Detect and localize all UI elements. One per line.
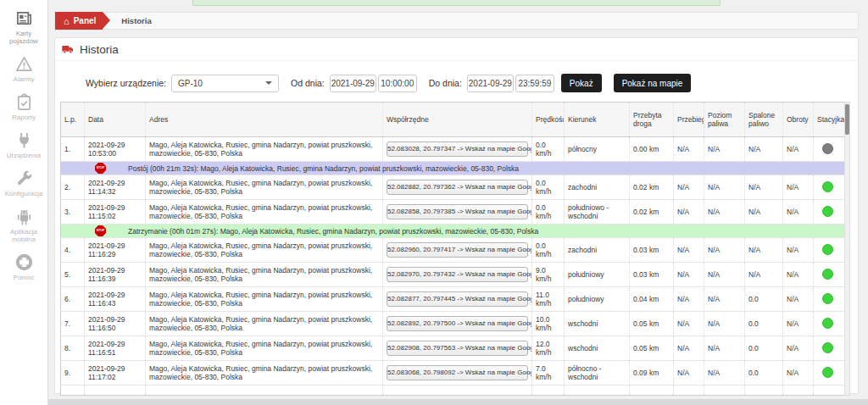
to-time-input[interactable]: 23:59:59 xyxy=(515,75,554,92)
sidebar-item-help[interactable]: Pomoc xyxy=(0,252,47,281)
event-text: Postój (00h 21m 32s): Mago, Aleja Katowi… xyxy=(128,164,519,173)
filters-bar: Wybierz urządzenie: GP-10 Od dnia: 2021-… xyxy=(70,74,858,92)
cell-distance: 0.02 km xyxy=(630,200,674,225)
configuration-icon xyxy=(14,169,34,188)
sidebar-item-vehicle-cards[interactable]: Karty pojazdów xyxy=(0,8,47,45)
coords-map-button[interactable]: 52.082908, 20.797563 -> Wskaż na mapie G… xyxy=(387,341,528,356)
breadcrumb-panel-link[interactable]: ⌂ Panel xyxy=(55,12,103,30)
cell-empty xyxy=(146,386,383,396)
coords-map-button[interactable]: 52.082877, 20.797445 -> Wskaż na mapie G… xyxy=(387,291,528,307)
cell-mileage: N/A xyxy=(674,263,704,287)
cell-address: Mago, Aleja Katowicka, Rusiec, gmina Nad… xyxy=(146,312,383,336)
cell-mileage: N/A xyxy=(674,137,704,162)
cell-fuel-used: 0.0 xyxy=(745,312,783,336)
cell-distance: 0.03 km xyxy=(630,263,674,287)
cell-fuel-level: N/A xyxy=(704,175,745,200)
table-scrollbar[interactable] xyxy=(844,102,850,396)
sidebar-item-configuration[interactable]: Konfiguracja xyxy=(0,169,47,197)
cell-coordinates: 52.082970, 20.797432 -> Wskaż na mapie G… xyxy=(383,263,532,287)
column-header: Współrzędne xyxy=(383,103,532,137)
alarms-icon xyxy=(14,54,34,74)
cell-rpm: N/A xyxy=(783,361,814,386)
coords-map-button[interactable]: 52.082970, 20.797432 -> Wskaż na mapie G… xyxy=(387,267,528,282)
notification-bar xyxy=(192,0,721,6)
coords-map-button[interactable]: 52.083068, 20.798092 -> Wskaż na mapie G… xyxy=(387,365,528,380)
sidebar-item-devices[interactable]: Urządzenia xyxy=(0,130,47,159)
coords-map-button[interactable]: 52.083028, 20.797347 -> Wskaż na mapie G… xyxy=(387,141,528,157)
sidebar-item-alarms[interactable]: Alarmy xyxy=(0,54,47,83)
ignition-status-dot xyxy=(822,269,833,280)
cell-date: 2021-09-29 11:16:43 xyxy=(85,287,146,312)
cell-direction: północny xyxy=(565,137,630,162)
coords-map-button[interactable]: 52.082892, 20.797500 -> Wskaż na mapie G… xyxy=(387,316,528,331)
column-header: Spalone paliwo xyxy=(745,103,783,137)
from-date-input[interactable]: 2021-09-29 xyxy=(330,75,376,92)
show-button[interactable]: Pokaż xyxy=(561,74,602,92)
cell-speed: 0.0 km/h xyxy=(532,137,565,162)
ignition-status-dot xyxy=(822,143,833,154)
show-on-map-button[interactable]: Pokaż na mapie xyxy=(614,74,692,92)
table-row: 6.2021-09-29 11:16:43Mago, Aleja Katowic… xyxy=(61,287,845,312)
horizontal-scrollbar[interactable] xyxy=(48,399,868,405)
cell-date: 2021-09-29 11:16:50 xyxy=(85,312,146,336)
cell-coordinates: 52.082858, 20.797385 -> Wskaż na mapie G… xyxy=(383,200,532,225)
cell-mileage: N/A xyxy=(674,287,704,312)
history-table-wrap: L.p.DataAdresWspółrzędnePrędkośćKierunek… xyxy=(60,102,850,396)
table-scrollbar-thumb[interactable] xyxy=(845,104,849,135)
cell-direction: zachodni xyxy=(565,238,630,263)
cell-coordinates: 52.082892, 20.797500 -> Wskaż na mapie G… xyxy=(383,312,532,336)
cell-rpm: N/A xyxy=(783,175,814,200)
column-header: Prędkość xyxy=(532,103,565,137)
device-select[interactable]: GP-10 xyxy=(171,75,279,92)
device-select-label: Wybierz urządzenie: xyxy=(86,78,166,88)
ignition-status-dot xyxy=(822,318,833,329)
cell-speed: 10.0 km/h xyxy=(532,312,565,336)
from-time-input[interactable]: 10:00:00 xyxy=(378,75,417,92)
coords-map-button[interactable]: 52.082858, 20.797385 -> Wskaż na mapie G… xyxy=(387,204,528,219)
cell-empty xyxy=(745,386,783,396)
ignition-status-dot xyxy=(822,342,833,353)
cell-empty xyxy=(532,386,565,396)
to-date-input[interactable]: 2021-09-29 xyxy=(467,75,514,92)
ignition-status-dot xyxy=(822,244,833,255)
cell-date: 2021-09-29 11:17:02 xyxy=(85,361,146,386)
cell-fuel-used: N/A xyxy=(745,137,783,162)
event-cell: STOPZatrzymanie (00h 01m 27s): Mago, Ale… xyxy=(61,225,845,238)
cell-lp: 3. xyxy=(61,200,85,225)
sidebar-item-label: Pomoc xyxy=(2,274,46,281)
column-header: L.p. xyxy=(61,103,85,137)
help-icon xyxy=(14,252,34,272)
cell-fuel-used: 0.0 xyxy=(745,336,783,361)
sidebar-item-label: Konfiguracja xyxy=(2,190,46,197)
coords-map-button[interactable]: 52.082960, 20.797417 -> Wskaż na mapie G… xyxy=(387,242,528,258)
cell-fuel-level: N/A xyxy=(704,361,745,386)
sidebar-item-label: Urządzenia xyxy=(2,152,46,159)
table-row: 9.2021-09-29 11:17:02Mago, Aleja Katowic… xyxy=(61,361,845,386)
cell-distance: 0.09 km xyxy=(630,361,674,386)
ignition-status-dot xyxy=(822,367,833,378)
from-date-label: Od dnia: xyxy=(291,78,325,88)
cell-fuel-used: N/A xyxy=(745,238,783,263)
cell-empty xyxy=(783,386,814,396)
cell-date: 2021-09-29 10:53:00 xyxy=(85,137,146,162)
coords-map-button[interactable]: 52.082882, 20.797362 -> Wskaż na mapie G… xyxy=(387,180,528,195)
table-row: 3.2021-09-29 11:15:02Mago, Aleja Katowic… xyxy=(61,200,845,225)
cell-mileage: N/A xyxy=(674,361,704,386)
chevron-down-icon xyxy=(265,81,272,85)
cell-address: Mago, Aleja Katowicka, Rusiec, gmina Nad… xyxy=(146,336,383,361)
cell-direction: wschodni xyxy=(565,312,630,336)
cell-direction: południowy xyxy=(565,287,630,312)
cell-fuel-level: N/A xyxy=(704,200,745,225)
cell-speed: 9.0 km/h xyxy=(532,263,565,287)
vehicle-cards-icon xyxy=(14,8,34,28)
cell-rpm: N/A xyxy=(783,263,814,287)
mobile-app-icon xyxy=(14,207,34,226)
cell-coordinates: 52.083028, 20.797347 -> Wskaż na mapie G… xyxy=(383,137,532,162)
cell-rpm: N/A xyxy=(783,137,814,162)
cell-empty xyxy=(674,386,704,396)
cell-date: 2021-09-29 11:16:29 xyxy=(85,238,146,263)
cell-ignition xyxy=(814,361,845,386)
sidebar-item-mobile-app[interactable]: Aplikacja mobilna xyxy=(0,207,47,243)
sidebar-item-reports[interactable]: Raporty xyxy=(0,92,47,121)
cell-lp: 8. xyxy=(61,336,85,361)
